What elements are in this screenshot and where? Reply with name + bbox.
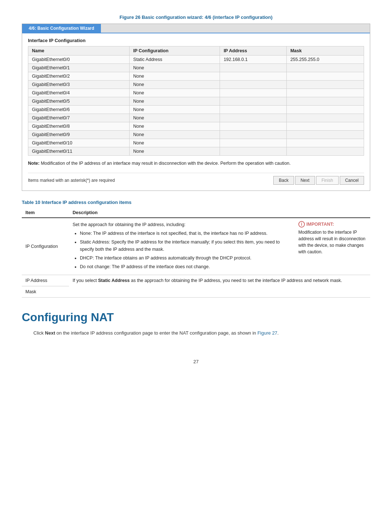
col-ip-address: IP Address xyxy=(220,46,287,56)
wizard-footer: Items marked with an asterisk(*) are req… xyxy=(28,173,364,186)
important-box: i IMPORTANT: Modification to the interfa… xyxy=(294,221,367,272)
bullet-nochange: Do not change: The IP address of the int… xyxy=(80,263,294,270)
wizard-tab: 4/6: Basic Configuration Wizard xyxy=(22,24,101,33)
table-row: GigabitEthernet0/6None xyxy=(28,106,364,114)
wizard-body: Interface IP Configuration Name IP Confi… xyxy=(22,33,370,191)
nat-heading: Configuring NAT xyxy=(22,311,370,324)
table-row: GigabitEthernet0/4None xyxy=(28,89,364,97)
col-name: Name xyxy=(28,46,130,56)
table-row: GigabitEthernet0/10None xyxy=(28,139,364,147)
figure-26-title: Figure 26 Basic configuration wizard: 4/… xyxy=(22,15,370,20)
nat-body: Click Next on the interface IP address c… xyxy=(33,329,370,337)
item-ip-config: IP Configuration xyxy=(22,218,69,275)
wizard-container: 4/6: Basic Configuration Wizard Interfac… xyxy=(22,24,370,191)
item-mask: Mask xyxy=(22,286,69,297)
desc-ip-address: If you select Static Address as the appr… xyxy=(69,275,370,297)
nat-section: Configuring NAT Click Next on the interf… xyxy=(22,311,370,337)
required-note: Items marked with an asterisk(*) are req… xyxy=(28,178,115,183)
table-row: GigabitEthernet0/7None xyxy=(28,114,364,122)
important-label: IMPORTANT: xyxy=(306,222,334,227)
figure-27-link[interactable]: Figure 27 xyxy=(257,330,277,336)
back-button[interactable]: Back xyxy=(273,176,294,185)
table-10-title: Table 10 Interface IP address configurat… xyxy=(22,200,370,205)
bullet-dhcp: DHCP: The interface obtains an IP addres… xyxy=(80,254,294,262)
table-row-ip-address: IP Address If you select Static Address … xyxy=(22,275,370,286)
important-body: Modification to the interface IP address… xyxy=(298,229,367,255)
item-ip-address: IP Address xyxy=(22,275,69,286)
desc-ip-config: Set the approach for obtaining the IP ad… xyxy=(69,218,370,275)
table-row: GigabitEthernet0/8None xyxy=(28,122,364,131)
col-mask: Mask xyxy=(286,46,364,56)
page-number: 27 xyxy=(22,359,370,364)
next-text: Next xyxy=(45,330,55,336)
desc-table: Item Description IP Configuration Set th… xyxy=(22,208,370,298)
important-icon: i xyxy=(298,221,305,228)
table-row: GigabitEthernet0/0Static Address192.168.… xyxy=(28,56,364,64)
interface-ip-config-title: Interface IP Configuration xyxy=(28,38,364,43)
table-row: GigabitEthernet0/1None xyxy=(28,64,364,72)
table-row-ip-config: IP Configuration Set the approach for ob… xyxy=(22,218,370,275)
desc-col-description: Description xyxy=(69,208,370,218)
col-ip-config: IP Configuration xyxy=(130,46,220,56)
footer-buttons: Back Next Finish Cancel xyxy=(273,176,364,185)
table-row: GigabitEthernet0/9None xyxy=(28,131,364,139)
bullet-none: None: The IP address of the interface is… xyxy=(80,230,294,237)
desc-col-item: Item xyxy=(22,208,69,218)
finish-button[interactable]: Finish xyxy=(316,176,339,185)
wizard-tab-bar: 4/6: Basic Configuration Wizard xyxy=(22,24,370,33)
table-row: GigabitEthernet0/2None xyxy=(28,72,364,81)
note-text: Note: Modification of the IP address of … xyxy=(28,160,364,167)
bullet-static: Static Address: Specify the IP address f… xyxy=(80,238,294,253)
table-row: GigabitEthernet0/5None xyxy=(28,97,364,106)
table-row: GigabitEthernet0/3None xyxy=(28,81,364,89)
cancel-button[interactable]: Cancel xyxy=(340,176,364,185)
interface-ip-table: Name IP Configuration IP Address Mask Gi… xyxy=(28,46,364,156)
next-button[interactable]: Next xyxy=(295,176,315,185)
table-row: GigabitEthernet0/11None xyxy=(28,147,364,156)
